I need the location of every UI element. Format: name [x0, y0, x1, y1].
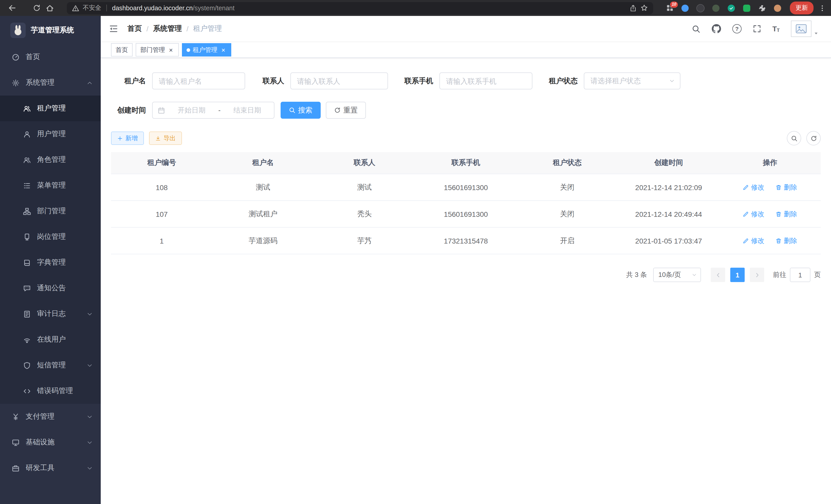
- sidebar-item-role[interactable]: 角色管理: [0, 147, 101, 173]
- table-refresh-icon[interactable]: [806, 131, 821, 145]
- sidebar-item-tenant[interactable]: 租户管理: [0, 95, 101, 121]
- filter-row-1: 租户名 联系人 联系手机 租户状态 请选择租户状态: [111, 72, 821, 89]
- export-button[interactable]: 导出: [149, 131, 182, 145]
- sidebar-item-devtools[interactable]: 研发工具: [0, 455, 101, 481]
- breadcrumb-separator: /: [146, 25, 148, 33]
- menu-list-icon: [23, 182, 31, 189]
- dictionary-book-icon: [23, 259, 31, 266]
- status-select[interactable]: 请选择租户状态: [584, 72, 681, 89]
- tenant-name-label: 租户名: [111, 76, 152, 86]
- extension-blue-icon[interactable]: [680, 3, 690, 13]
- search-icon[interactable]: [692, 24, 700, 33]
- search-button[interactable]: 搜索: [281, 102, 321, 119]
- browser-profile-avatar[interactable]: [772, 3, 783, 13]
- breadcrumb-separator: /: [187, 25, 189, 33]
- page-content: 租户名 联系人 联系手机 租户状态 请选择租户状态: [101, 58, 831, 504]
- breadcrumb-system[interactable]: 系统管理: [153, 24, 182, 33]
- contact-input[interactable]: [290, 72, 388, 89]
- reset-button[interactable]: 重置: [326, 102, 366, 119]
- extension-green-dark-icon[interactable]: [711, 3, 721, 13]
- user-icon: [23, 130, 31, 138]
- browser-menu-icon[interactable]: [819, 4, 826, 11]
- page-size-select[interactable]: 10条/页: [653, 268, 701, 282]
- sidebar-item-system[interactable]: 系统管理: [0, 70, 101, 95]
- puzzle-extensions-icon[interactable]: [757, 3, 767, 13]
- chevron-down-icon: [87, 414, 92, 419]
- contact-label: 联系人: [255, 76, 290, 86]
- delete-link[interactable]: 删除: [776, 209, 797, 218]
- help-icon[interactable]: ?: [732, 24, 742, 33]
- tenant-name-input[interactable]: [152, 72, 245, 89]
- goto-page-input[interactable]: [790, 268, 810, 282]
- browser-home-icon[interactable]: [43, 1, 57, 14]
- sidebar-item-sms[interactable]: 短信管理: [0, 352, 101, 378]
- table-toolbar: 新增 导出: [111, 131, 821, 145]
- sidebar-item-infrastructure[interactable]: 基础设施: [0, 429, 101, 455]
- filter-phone: 联系手机: [398, 72, 533, 89]
- tenant-icon: [23, 105, 31, 112]
- next-page-button[interactable]: [750, 268, 764, 282]
- edit-link[interactable]: 修改: [743, 183, 765, 192]
- edit-link[interactable]: 修改: [743, 209, 765, 218]
- close-icon[interactable]: ×: [220, 47, 227, 53]
- tab-home[interactable]: 首页: [111, 43, 133, 57]
- sms-shield-icon: [23, 361, 31, 369]
- app-title: 芋道管理系统: [31, 25, 74, 35]
- date-end-placeholder: 结束日期: [226, 106, 269, 115]
- sidebar-item-dept[interactable]: 部门管理: [0, 198, 101, 224]
- delete-link[interactable]: 删除: [776, 236, 797, 245]
- breadcrumb-home[interactable]: 首页: [127, 24, 142, 33]
- total-count: 共 3 条: [626, 270, 647, 279]
- app-logo[interactable]: 芋道管理系统: [0, 16, 101, 44]
- active-dot: [187, 48, 190, 52]
- url-text: dashboard.yudao.iocoder.cn/system/tenant: [112, 4, 626, 11]
- sidebar-item-post[interactable]: 岗位管理: [0, 224, 101, 250]
- sidebar-item-audit-log[interactable]: 审计日志: [0, 301, 101, 327]
- sidebar-item-menu[interactable]: 菜单管理: [0, 173, 101, 198]
- tab-dept[interactable]: 部门管理×: [136, 43, 179, 57]
- fullscreen-icon[interactable]: [753, 25, 761, 33]
- font-size-icon[interactable]: TT: [772, 25, 780, 33]
- extension-green-check-icon[interactable]: [726, 3, 737, 13]
- date-separator: -: [219, 106, 221, 114]
- tab-tenant[interactable]: 租户管理×: [182, 43, 231, 57]
- sidebar-item-home[interactable]: 首页: [0, 44, 101, 70]
- browser-reload-icon[interactable]: [30, 1, 43, 14]
- bookmark-star-icon[interactable]: [640, 4, 648, 12]
- system-submenu: 租户管理 用户管理 角色管理 菜单管理 部门管理: [0, 95, 101, 404]
- browser-back-icon[interactable]: [5, 1, 19, 14]
- table-row: 108 测试 测试 15601691300 关闭 2021-12-14 21:0…: [111, 174, 821, 201]
- date-range-picker[interactable]: 开始日期 - 结束日期: [152, 102, 275, 119]
- edit-link[interactable]: 修改: [743, 236, 765, 245]
- extension-tabs-icon[interactable]: 10: [664, 3, 675, 13]
- sidebar-item-dict[interactable]: 字典管理: [0, 250, 101, 275]
- sidebar-toggle-icon[interactable]: [109, 24, 123, 33]
- close-icon[interactable]: ×: [168, 47, 174, 53]
- user-avatar[interactable]: [791, 21, 819, 37]
- address-bar[interactable]: 不安全 dashboard.yudao.iocoder.cn/system/te…: [67, 2, 653, 14]
- extension-green-square-icon[interactable]: [742, 3, 752, 13]
- error-code-icon: [23, 387, 31, 395]
- prev-page-button[interactable]: [711, 268, 725, 282]
- sidebar-item-online-user[interactable]: 在线用户: [0, 327, 101, 352]
- add-button[interactable]: 新增: [111, 131, 144, 145]
- chevron-up-icon: [87, 80, 92, 86]
- create-time-label: 创建时间: [111, 106, 152, 115]
- delete-link[interactable]: 删除: [776, 183, 797, 192]
- github-icon[interactable]: [712, 24, 721, 33]
- sidebar-item-payment[interactable]: 支付管理: [0, 404, 101, 429]
- filter-status: 租户状态 请选择租户状态: [543, 72, 681, 89]
- page-jumper: 前往 页: [773, 268, 821, 282]
- share-icon[interactable]: [630, 4, 637, 11]
- monitor-icon: [11, 439, 20, 446]
- security-label[interactable]: 不安全: [83, 4, 101, 12]
- sidebar-item-notice[interactable]: 通知公告: [0, 275, 101, 301]
- sidebar-item-user[interactable]: 用户管理: [0, 121, 101, 147]
- extension-dark-icon[interactable]: [695, 3, 706, 13]
- sidebar-item-error-code[interactable]: 错误码管理: [0, 378, 101, 404]
- col-created: 创建时间: [618, 152, 719, 174]
- phone-input[interactable]: [439, 72, 533, 89]
- page-number-1[interactable]: 1: [730, 268, 745, 282]
- browser-update-button[interactable]: 更新: [790, 2, 813, 14]
- table-search-icon[interactable]: [787, 131, 801, 145]
